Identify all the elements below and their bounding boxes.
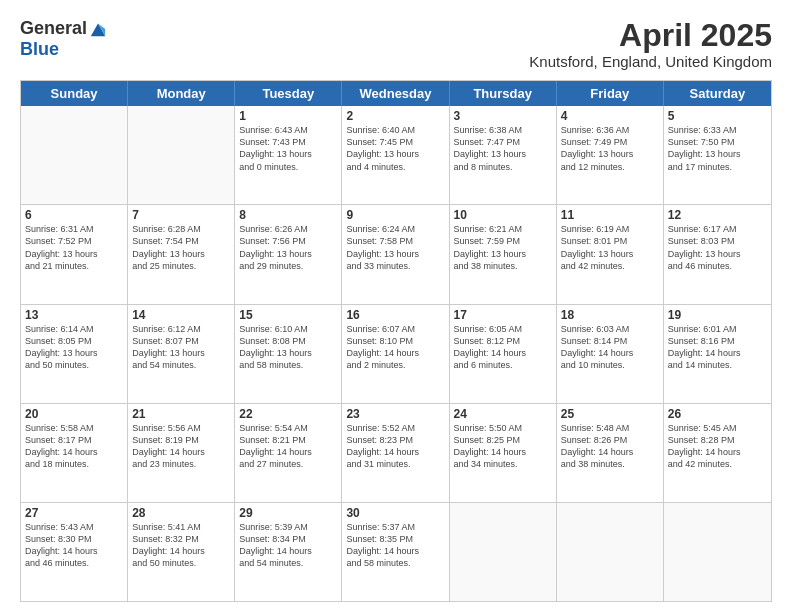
calendar-cell: 22Sunrise: 5:54 AM Sunset: 8:21 PM Dayli… [235,404,342,502]
day-info: Sunrise: 5:54 AM Sunset: 8:21 PM Dayligh… [239,422,337,471]
day-of-week-monday: Monday [128,81,235,106]
page: General Blue April 2025 Knutsford, Engla… [0,0,792,612]
logo-icon [89,20,107,38]
day-number: 27 [25,506,123,520]
calendar-body: 1Sunrise: 6:43 AM Sunset: 7:43 PM Daylig… [21,106,771,601]
calendar-cell: 24Sunrise: 5:50 AM Sunset: 8:25 PM Dayli… [450,404,557,502]
day-info: Sunrise: 6:12 AM Sunset: 8:07 PM Dayligh… [132,323,230,372]
day-info: Sunrise: 6:03 AM Sunset: 8:14 PM Dayligh… [561,323,659,372]
calendar-cell: 16Sunrise: 6:07 AM Sunset: 8:10 PM Dayli… [342,305,449,403]
day-info: Sunrise: 5:50 AM Sunset: 8:25 PM Dayligh… [454,422,552,471]
calendar-cell: 17Sunrise: 6:05 AM Sunset: 8:12 PM Dayli… [450,305,557,403]
day-number: 8 [239,208,337,222]
calendar-cell: 12Sunrise: 6:17 AM Sunset: 8:03 PM Dayli… [664,205,771,303]
day-info: Sunrise: 6:33 AM Sunset: 7:50 PM Dayligh… [668,124,767,173]
day-info: Sunrise: 6:14 AM Sunset: 8:05 PM Dayligh… [25,323,123,372]
calendar-cell [557,503,664,601]
calendar-cell: 23Sunrise: 5:52 AM Sunset: 8:23 PM Dayli… [342,404,449,502]
calendar-cell: 15Sunrise: 6:10 AM Sunset: 8:08 PM Dayli… [235,305,342,403]
day-info: Sunrise: 6:40 AM Sunset: 7:45 PM Dayligh… [346,124,444,173]
day-info: Sunrise: 6:19 AM Sunset: 8:01 PM Dayligh… [561,223,659,272]
day-number: 18 [561,308,659,322]
calendar-cell [664,503,771,601]
day-number: 19 [668,308,767,322]
calendar-cell: 20Sunrise: 5:58 AM Sunset: 8:17 PM Dayli… [21,404,128,502]
calendar-cell: 25Sunrise: 5:48 AM Sunset: 8:26 PM Dayli… [557,404,664,502]
calendar-week-1: 1Sunrise: 6:43 AM Sunset: 7:43 PM Daylig… [21,106,771,204]
month-title: April 2025 [529,18,772,53]
day-info: Sunrise: 6:01 AM Sunset: 8:16 PM Dayligh… [668,323,767,372]
calendar-cell: 8Sunrise: 6:26 AM Sunset: 7:56 PM Daylig… [235,205,342,303]
logo-general: General [20,18,87,39]
day-number: 21 [132,407,230,421]
day-info: Sunrise: 6:10 AM Sunset: 8:08 PM Dayligh… [239,323,337,372]
logo-blue: Blue [20,39,59,60]
day-info: Sunrise: 5:58 AM Sunset: 8:17 PM Dayligh… [25,422,123,471]
day-of-week-friday: Friday [557,81,664,106]
calendar: SundayMondayTuesdayWednesdayThursdayFrid… [20,80,772,602]
day-number: 20 [25,407,123,421]
day-number: 17 [454,308,552,322]
calendar-cell: 13Sunrise: 6:14 AM Sunset: 8:05 PM Dayli… [21,305,128,403]
day-info: Sunrise: 5:45 AM Sunset: 8:28 PM Dayligh… [668,422,767,471]
calendar-cell: 21Sunrise: 5:56 AM Sunset: 8:19 PM Dayli… [128,404,235,502]
day-number: 28 [132,506,230,520]
calendar-week-3: 13Sunrise: 6:14 AM Sunset: 8:05 PM Dayli… [21,304,771,403]
day-number: 2 [346,109,444,123]
day-of-week-tuesday: Tuesday [235,81,342,106]
calendar-cell [450,503,557,601]
day-info: Sunrise: 5:43 AM Sunset: 8:30 PM Dayligh… [25,521,123,570]
day-number: 7 [132,208,230,222]
day-number: 5 [668,109,767,123]
calendar-week-5: 27Sunrise: 5:43 AM Sunset: 8:30 PM Dayli… [21,502,771,601]
calendar-cell: 2Sunrise: 6:40 AM Sunset: 7:45 PM Daylig… [342,106,449,204]
calendar-cell: 7Sunrise: 6:28 AM Sunset: 7:54 PM Daylig… [128,205,235,303]
calendar-cell: 1Sunrise: 6:43 AM Sunset: 7:43 PM Daylig… [235,106,342,204]
day-info: Sunrise: 6:24 AM Sunset: 7:58 PM Dayligh… [346,223,444,272]
calendar-week-4: 20Sunrise: 5:58 AM Sunset: 8:17 PM Dayli… [21,403,771,502]
day-number: 26 [668,407,767,421]
day-number: 14 [132,308,230,322]
calendar-cell [21,106,128,204]
day-info: Sunrise: 6:28 AM Sunset: 7:54 PM Dayligh… [132,223,230,272]
calendar-cell: 11Sunrise: 6:19 AM Sunset: 8:01 PM Dayli… [557,205,664,303]
day-info: Sunrise: 6:26 AM Sunset: 7:56 PM Dayligh… [239,223,337,272]
logo: General Blue [20,18,107,60]
day-of-week-saturday: Saturday [664,81,771,106]
day-number: 3 [454,109,552,123]
calendar-cell: 6Sunrise: 6:31 AM Sunset: 7:52 PM Daylig… [21,205,128,303]
calendar-cell: 26Sunrise: 5:45 AM Sunset: 8:28 PM Dayli… [664,404,771,502]
day-number: 10 [454,208,552,222]
day-number: 9 [346,208,444,222]
day-info: Sunrise: 6:07 AM Sunset: 8:10 PM Dayligh… [346,323,444,372]
day-info: Sunrise: 6:36 AM Sunset: 7:49 PM Dayligh… [561,124,659,173]
day-of-week-wednesday: Wednesday [342,81,449,106]
day-number: 29 [239,506,337,520]
day-info: Sunrise: 5:39 AM Sunset: 8:34 PM Dayligh… [239,521,337,570]
day-info: Sunrise: 6:05 AM Sunset: 8:12 PM Dayligh… [454,323,552,372]
day-info: Sunrise: 5:37 AM Sunset: 8:35 PM Dayligh… [346,521,444,570]
day-number: 15 [239,308,337,322]
day-number: 22 [239,407,337,421]
calendar-week-2: 6Sunrise: 6:31 AM Sunset: 7:52 PM Daylig… [21,204,771,303]
day-info: Sunrise: 6:31 AM Sunset: 7:52 PM Dayligh… [25,223,123,272]
calendar-header: SundayMondayTuesdayWednesdayThursdayFrid… [21,81,771,106]
calendar-cell: 28Sunrise: 5:41 AM Sunset: 8:32 PM Dayli… [128,503,235,601]
day-info: Sunrise: 6:38 AM Sunset: 7:47 PM Dayligh… [454,124,552,173]
logo-text: General [20,18,107,39]
day-number: 25 [561,407,659,421]
day-info: Sunrise: 6:21 AM Sunset: 7:59 PM Dayligh… [454,223,552,272]
calendar-cell: 3Sunrise: 6:38 AM Sunset: 7:47 PM Daylig… [450,106,557,204]
day-number: 24 [454,407,552,421]
day-info: Sunrise: 5:48 AM Sunset: 8:26 PM Dayligh… [561,422,659,471]
calendar-cell: 19Sunrise: 6:01 AM Sunset: 8:16 PM Dayli… [664,305,771,403]
day-info: Sunrise: 5:56 AM Sunset: 8:19 PM Dayligh… [132,422,230,471]
calendar-cell: 18Sunrise: 6:03 AM Sunset: 8:14 PM Dayli… [557,305,664,403]
day-info: Sunrise: 5:52 AM Sunset: 8:23 PM Dayligh… [346,422,444,471]
calendar-cell: 30Sunrise: 5:37 AM Sunset: 8:35 PM Dayli… [342,503,449,601]
day-number: 12 [668,208,767,222]
day-number: 11 [561,208,659,222]
location-title: Knutsford, England, United Kingdom [529,53,772,70]
calendar-cell: 10Sunrise: 6:21 AM Sunset: 7:59 PM Dayli… [450,205,557,303]
day-info: Sunrise: 5:41 AM Sunset: 8:32 PM Dayligh… [132,521,230,570]
